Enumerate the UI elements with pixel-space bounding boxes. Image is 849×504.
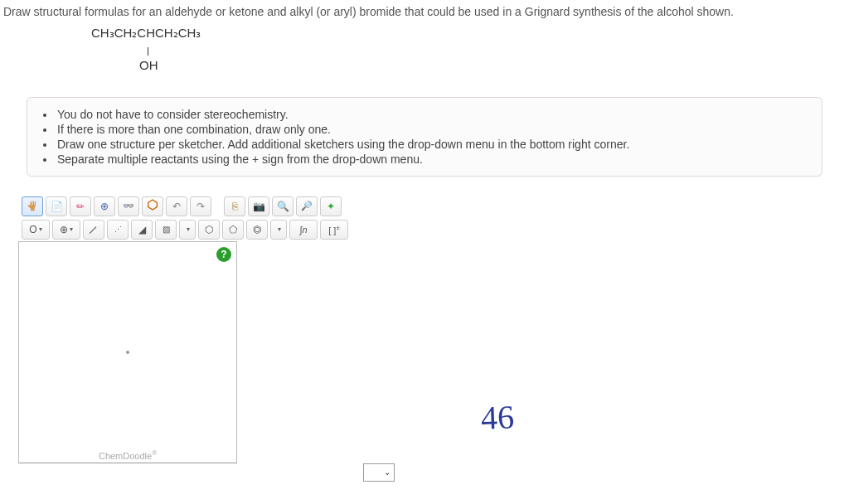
formula-line1: CH₃CH₂CHCH₂CH₃ bbox=[91, 25, 849, 41]
refresh-button[interactable]: ✦ bbox=[320, 196, 342, 216]
hash-bond-button[interactable]: ▨ bbox=[155, 220, 177, 240]
target-icon: ⊕ bbox=[100, 201, 109, 212]
single-bond-button[interactable]: | bbox=[83, 220, 104, 240]
instructions-box: You do not have to consider stereochemis… bbox=[27, 97, 822, 177]
canvas-placeholder-dot bbox=[126, 351, 129, 354]
copy-icon: ⎘ bbox=[232, 201, 238, 212]
help-button[interactable]: ? bbox=[216, 247, 231, 262]
zoom-in-icon: 🔍 bbox=[277, 201, 289, 212]
camera-icon: 📷 bbox=[253, 201, 265, 212]
glasses-icon: 👓 bbox=[123, 201, 134, 211]
instruction-item: Draw one structure per sketcher. Add add… bbox=[56, 138, 810, 151]
undo-icon: ↶ bbox=[172, 201, 181, 212]
toolbar-row-1: 📄 ✏ ⊕ 👓 ↶ ↷ ⎘ 📷 🔍 🔎 ✦ bbox=[18, 195, 849, 218]
copy-button[interactable]: ⎘ bbox=[224, 196, 245, 216]
sparkle-icon: ✦ bbox=[327, 201, 335, 212]
hexagon-icon: ⬡ bbox=[205, 224, 213, 235]
document-button[interactable]: 📄 bbox=[46, 196, 67, 216]
target-molecule: CH₃CH₂CHCH₂CH₃ OH bbox=[0, 18, 849, 74]
sketcher-widget: 📄 ✏ ⊕ 👓 ↶ ↷ ⎘ 📷 🔍 🔎 ✦ O▾ ⊕▾ | ⋰ ◢ ▨ ▾ ⬡ … bbox=[7, 195, 849, 463]
chevron-down-icon: ⌄ bbox=[384, 468, 391, 477]
redo-icon: ↷ bbox=[196, 201, 205, 212]
drawing-canvas[interactable]: ? ChemDoodle® bbox=[18, 241, 237, 463]
undo-button[interactable]: ↶ bbox=[166, 196, 187, 216]
hand-icon bbox=[26, 200, 39, 213]
glasses-button[interactable]: 👓 bbox=[118, 196, 139, 216]
charge-picker-button[interactable]: ⊕▾ bbox=[52, 220, 80, 240]
benzene-icon bbox=[146, 198, 159, 214]
element-picker-button[interactable]: O▾ bbox=[22, 220, 50, 240]
ring-dropdown-button[interactable]: ▾ bbox=[270, 220, 287, 240]
hand-tool-button[interactable] bbox=[22, 196, 43, 216]
paste-button[interactable]: 📷 bbox=[248, 196, 269, 216]
redo-button[interactable]: ↷ bbox=[190, 196, 211, 216]
add-sketcher-dropdown[interactable]: ⌄ bbox=[363, 463, 395, 482]
pentagon-icon: ⬠ bbox=[229, 224, 237, 235]
document-icon: 📄 bbox=[51, 201, 63, 212]
instruction-item: Separate multiple reactants using the + … bbox=[56, 153, 810, 166]
zoom-out-icon: 🔎 bbox=[301, 201, 313, 211]
zoom-in-button[interactable]: 🔍 bbox=[272, 196, 294, 216]
wedge-icon: ◢ bbox=[138, 224, 146, 235]
eraser-button[interactable]: ✏ bbox=[70, 196, 91, 216]
element-label: O bbox=[29, 224, 36, 235]
zoom-out-button[interactable]: 🔎 bbox=[296, 196, 318, 216]
chain-icon: ∫n bbox=[299, 225, 307, 235]
handwritten-annotation: 46 bbox=[480, 397, 515, 437]
benzene-button[interactable] bbox=[142, 196, 163, 216]
chevron-down-icon: ▾ bbox=[39, 225, 42, 233]
bond-icon: | bbox=[89, 224, 99, 234]
chain-tool-button[interactable]: ∫n bbox=[289, 220, 318, 240]
benzene-ring-icon: ⏣ bbox=[253, 224, 261, 235]
charge-icon: ⊕ bbox=[60, 224, 68, 235]
toolbar-row-2: O▾ ⊕▾ | ⋰ ◢ ▨ ▾ ⬡ ⬠ ⏣ ▾ ∫n [ ]± bbox=[18, 218, 849, 241]
chemdoodle-watermark: ChemDoodle® bbox=[99, 449, 157, 461]
formula-bond-line bbox=[148, 47, 148, 56]
bond-dropdown-button[interactable]: ▾ bbox=[179, 220, 196, 240]
dotted-icon: ⋰ bbox=[114, 225, 122, 234]
eraser-icon: ✏ bbox=[76, 201, 85, 212]
center-button[interactable]: ⊕ bbox=[94, 196, 115, 216]
svg-marker-0 bbox=[148, 200, 158, 210]
chevron-down-icon: ▾ bbox=[278, 225, 281, 233]
bracket-tool-button[interactable]: [ ]± bbox=[320, 220, 348, 240]
dotted-bond-button[interactable]: ⋰ bbox=[107, 220, 129, 240]
instruction-item: If there is more than one combination, d… bbox=[56, 123, 810, 136]
hash-icon: ▨ bbox=[163, 225, 170, 234]
chevron-down-icon: ▾ bbox=[70, 225, 73, 233]
instruction-item: You do not have to consider stereochemis… bbox=[56, 108, 810, 121]
formula-line2: OH bbox=[91, 57, 849, 74]
hexagon-ring-button[interactable]: ⬡ bbox=[198, 220, 220, 240]
question-prompt: Draw structural formulas for an aldehyde… bbox=[0, 0, 849, 18]
wedge-bond-button[interactable]: ◢ bbox=[131, 220, 153, 240]
pentagon-ring-button[interactable]: ⬠ bbox=[222, 220, 244, 240]
chevron-down-icon: ▾ bbox=[187, 225, 190, 233]
benzene-ring-button[interactable]: ⏣ bbox=[246, 220, 268, 240]
bracket-icon: [ ]± bbox=[328, 224, 340, 235]
